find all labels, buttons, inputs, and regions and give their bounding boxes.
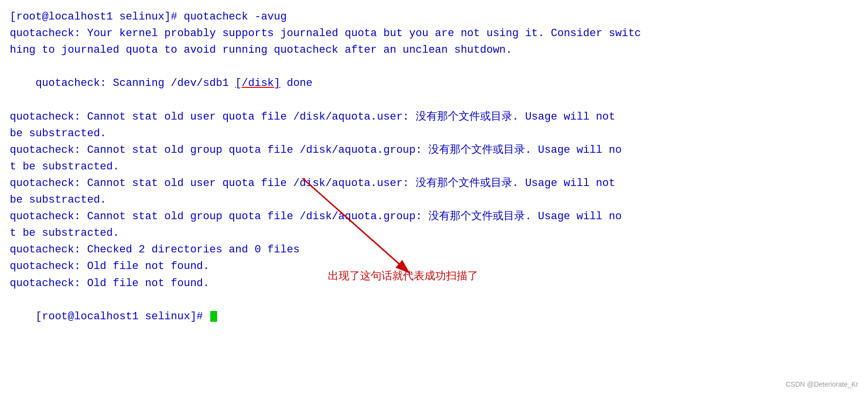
line4-before: quotacheck: Scanning /dev/sdb1 [36, 77, 235, 89]
terminal-line: quotacheck: Checked 2 directories and 0 … [10, 242, 858, 258]
terminal-line: be substracted. [10, 192, 858, 208]
terminal-line: t be substracted. [10, 159, 858, 175]
terminal-line: quotacheck: Cannot stat old user quota f… [10, 175, 858, 192]
terminal-line: quotacheck: Cannot stat old group quota … [10, 142, 858, 159]
terminal-line: [root@localhost1 selinux]# quotacheck -a… [10, 9, 858, 25]
terminal-prompt: [root@localhost1 selinux]# [36, 311, 209, 323]
terminal-line: hing to journaled quota to avoid running… [10, 42, 858, 59]
watermark: CSDN @Deteriorate_Kr [786, 380, 858, 388]
terminal-prompt-line: [root@localhost1 selinux]# [10, 292, 858, 342]
terminal-line: quotacheck: Old file not found. [10, 275, 858, 292]
terminal-line: quotacheck: Cannot stat old user quota f… [10, 109, 858, 125]
terminal-line-special: quotacheck: Scanning /dev/sdb1 [/disk] d… [10, 59, 858, 108]
terminal-line: quotacheck: Cannot stat old group quota … [10, 208, 858, 225]
terminal-line: quotacheck: Your kernel probably support… [10, 25, 858, 42]
terminal-line: t be substracted. [10, 225, 858, 242]
terminal-output: [root@localhost1 selinux]# quotacheck -a… [0, 0, 868, 351]
terminal-line: be substracted. [10, 125, 858, 142]
line4-highlight: [/disk] [235, 77, 280, 89]
terminal-cursor [210, 311, 217, 322]
line4-after: done [281, 77, 313, 89]
terminal-line: quotacheck: Old file not found. [10, 258, 858, 275]
